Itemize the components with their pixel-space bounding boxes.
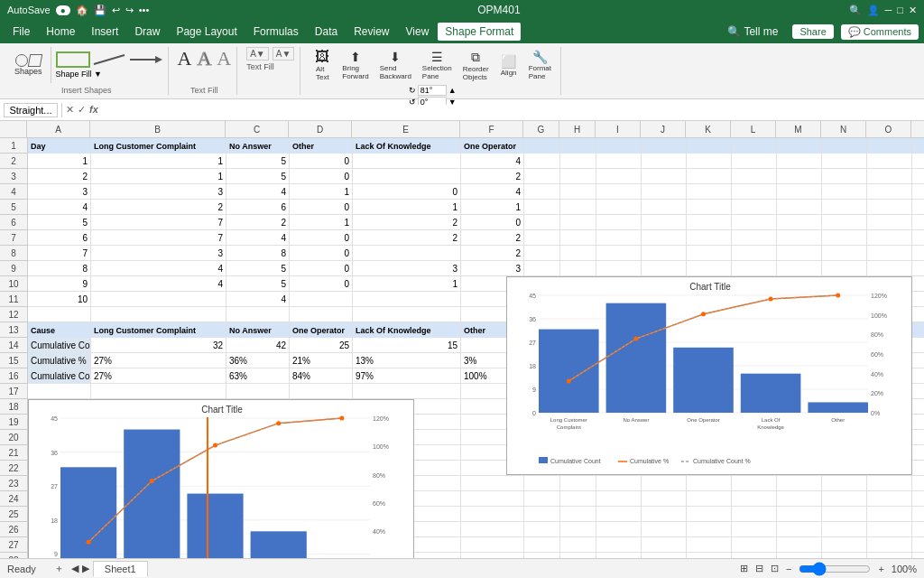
cell-A11[interactable]: 10: [28, 292, 91, 307]
row-header-9[interactable]: 9: [0, 261, 27, 276]
cell-D9[interactable]: 0: [290, 261, 353, 276]
row-header-1[interactable]: 1: [0, 138, 27, 154]
row-header-17[interactable]: 17: [0, 384, 27, 399]
menu-home[interactable]: Home: [39, 23, 82, 41]
cell-B7[interactable]: 7: [91, 230, 226, 246]
cell-P9[interactable]: [912, 261, 924, 276]
cell-E11[interactable]: [353, 292, 461, 307]
cell-L9[interactable]: [732, 261, 777, 276]
cell-P12[interactable]: [912, 307, 924, 322]
cell-M1[interactable]: [777, 138, 822, 154]
cell-P8[interactable]: [912, 246, 924, 261]
cell-B5[interactable]: 2: [91, 200, 226, 215]
cell-E13[interactable]: Lack Of Knowledge: [353, 322, 461, 338]
cell-I23[interactable]: [596, 476, 642, 491]
cell-P21[interactable]: [912, 445, 924, 461]
cell-O8[interactable]: [867, 246, 912, 261]
cell-P11[interactable]: [912, 292, 924, 307]
cell-N25[interactable]: [822, 507, 867, 522]
cell-K5[interactable]: [687, 200, 732, 215]
cell-B15[interactable]: 27%: [91, 353, 226, 368]
fx-confirm[interactable]: ✓: [78, 104, 86, 116]
cell-K27[interactable]: [687, 537, 732, 553]
cell-I27[interactable]: [596, 537, 642, 553]
cell-E16[interactable]: 97%: [353, 368, 461, 384]
cell-M6[interactable]: [777, 215, 822, 230]
cell-G8[interactable]: [524, 246, 560, 261]
cell-L8[interactable]: [732, 246, 777, 261]
cell-E4[interactable]: 0: [353, 184, 461, 200]
rotation-up[interactable]: ▲: [448, 86, 457, 95]
cell-O27[interactable]: [867, 537, 912, 553]
cell-C14[interactable]: 42: [226, 338, 290, 353]
cell-L6[interactable]: [732, 215, 777, 230]
cell-G28[interactable]: [524, 553, 560, 558]
text-style-a3[interactable]: A: [217, 47, 231, 70]
cell-A7[interactable]: 6: [28, 230, 91, 246]
cell-P4[interactable]: [912, 184, 924, 200]
cell-H9[interactable]: [560, 261, 596, 276]
cell-B14[interactable]: 32: [91, 338, 226, 353]
cell-A8[interactable]: 7: [28, 246, 91, 261]
cell-K9[interactable]: [687, 261, 732, 276]
cell-N27[interactable]: [822, 537, 867, 553]
cell-E6[interactable]: 2: [353, 215, 461, 230]
cell-F25[interactable]: [461, 507, 524, 522]
close-icon[interactable]: ✕: [909, 5, 917, 16]
cell-B8[interactable]: 3: [91, 246, 226, 261]
cell-L5[interactable]: [732, 200, 777, 215]
cell-F3[interactable]: 2: [461, 169, 524, 184]
row-header-8[interactable]: 8: [0, 246, 27, 261]
cell-K7[interactable]: [687, 230, 732, 246]
col-header-M[interactable]: M: [776, 121, 821, 137]
row-header-15[interactable]: 15: [0, 353, 27, 368]
cell-H8[interactable]: [560, 246, 596, 261]
cell-F24[interactable]: [461, 491, 524, 507]
alt-text-button[interactable]: 🖼 AltText: [310, 47, 335, 83]
cell-K4[interactable]: [687, 184, 732, 200]
cell-C10[interactable]: 5: [226, 276, 290, 292]
cell-C5[interactable]: 6: [226, 200, 290, 215]
cell-A17[interactable]: [28, 384, 91, 399]
zoom-in-icon[interactable]: +: [878, 564, 883, 574]
zoom-out-icon[interactable]: −: [786, 564, 791, 574]
cell-A13[interactable]: Cause: [28, 322, 91, 338]
cell-E7[interactable]: 2: [353, 230, 461, 246]
cell-E12[interactable]: [353, 307, 461, 322]
cell-A16[interactable]: Cumulative Count %: [28, 368, 91, 384]
row-header-6[interactable]: 6: [0, 215, 27, 230]
cell-O3[interactable]: [867, 169, 912, 184]
col-header-I[interactable]: I: [596, 121, 641, 137]
cell-F9[interactable]: 3: [461, 261, 524, 276]
col-header-H[interactable]: H: [559, 121, 596, 137]
cell-E10[interactable]: 1: [353, 276, 461, 292]
cell-I2[interactable]: [596, 154, 642, 169]
format-pane-button[interactable]: 🔧 FormatPane: [525, 48, 555, 82]
cell-O25[interactable]: [867, 507, 912, 522]
menu-view[interactable]: View: [399, 23, 437, 41]
cell-K28[interactable]: [687, 553, 732, 558]
layout-page-break-icon[interactable]: ⊟: [755, 563, 763, 574]
cell-G23[interactable]: [524, 476, 560, 491]
share-button[interactable]: Share: [792, 24, 833, 39]
cell-I4[interactable]: [596, 184, 642, 200]
comments-button[interactable]: 💬 Comments: [841, 24, 919, 40]
cell-K26[interactable]: [687, 522, 732, 537]
cell-H1[interactable]: [560, 138, 596, 154]
cell-C6[interactable]: 2: [226, 215, 290, 230]
cell-N5[interactable]: [822, 200, 867, 215]
name-box[interactable]: [4, 103, 58, 117]
cell-C8[interactable]: 8: [226, 246, 290, 261]
cell-D15[interactable]: 21%: [290, 353, 353, 368]
cell-K24[interactable]: [687, 491, 732, 507]
cell-P26[interactable]: [912, 522, 924, 537]
cell-P14[interactable]: [912, 338, 924, 353]
cell-L26[interactable]: [732, 522, 777, 537]
cell-D6[interactable]: 1: [290, 215, 353, 230]
cell-F26[interactable]: [461, 522, 524, 537]
cell-O24[interactable]: [867, 491, 912, 507]
col-header-L[interactable]: L: [731, 121, 776, 137]
cell-M4[interactable]: [777, 184, 822, 200]
cell-L7[interactable]: [732, 230, 777, 246]
cell-G7[interactable]: [524, 230, 560, 246]
